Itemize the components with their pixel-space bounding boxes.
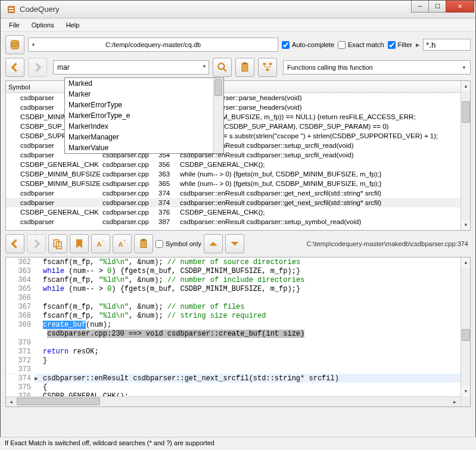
code-line[interactable]: 371return resOK; [6, 347, 470, 356]
close-button[interactable]: ✕ [446, 1, 474, 13]
table-row[interactable]: csdbparsercsdbparser.cpp374csdbparser::e… [6, 198, 470, 207]
bookmark-button[interactable] [70, 234, 89, 253]
code-line[interactable]: 374▶csdbparser::enResult csdbparser::get… [6, 374, 470, 383]
font-smaller-button[interactable]: A− [91, 234, 110, 253]
titlebar: CodeQuery ─ ☐ ✕ [1, 1, 475, 18]
code-back-button[interactable] [5, 234, 24, 253]
search-button[interactable] [213, 58, 232, 77]
svg-rect-1 [9, 8, 14, 9]
svg-rect-9 [269, 63, 272, 65]
db-path-field[interactable]: ▼ C:/temp/codequery-master/cq.db [28, 38, 278, 52]
svg-text:−: − [102, 238, 105, 244]
chevron-down-icon: ▼ [462, 65, 466, 70]
status-text: If Exact Match is switched off, wildcard… [5, 439, 214, 446]
code-vscroll[interactable]: ▲ ▼ [461, 257, 471, 406]
app-icon [7, 5, 16, 14]
table-row[interactable]: csdbparsercsdbparser.cpp374csdbparser::e… [6, 188, 470, 198]
code-line[interactable]: 362fscanf(m_fp, "%ld\n", &num); // numbe… [6, 257, 470, 266]
svg-rect-0 [8, 6, 15, 13]
statusbar: If Exact Match is switched off, wildcard… [0, 437, 476, 450]
svg-rect-6 [242, 63, 248, 71]
search-scope-text: Functions calling this function [287, 64, 373, 71]
file-location-label: C:\temp\codequery-master\makedb\csdbpars… [247, 240, 471, 247]
window-title: CodeQuery [20, 5, 59, 14]
suggest-scrollbar[interactable] [213, 78, 223, 153]
code-line[interactable]: 367fscanf(m_fp, "%ld\n", &num); // numbe… [6, 302, 470, 311]
code-line[interactable]: 363while (num-- > 0) {fgets(m_buf, CSDBP… [6, 266, 470, 275]
code-panel: 362fscanf(m_fp, "%ld\n", &num); // numbe… [5, 257, 471, 407]
font-larger-button[interactable]: A+ [113, 234, 132, 253]
db-path-text: C:/temp/codequery-master/cq.db [105, 41, 201, 48]
menubar: File Options Help [1, 18, 475, 32]
suggest-item[interactable]: MarkerManager [65, 132, 223, 142]
table-row[interactable]: CSDBP_MINIM_BUFSIZEcsdbparser.cpp363whil… [6, 169, 470, 179]
back-button[interactable] [5, 58, 24, 77]
open-db-button[interactable] [5, 35, 24, 54]
suggest-item[interactable]: Marker [65, 89, 223, 100]
autocomplete-checkbox[interactable]: Auto-complete [282, 41, 334, 49]
suggest-item[interactable]: MarkerValue [65, 142, 223, 153]
suggest-item[interactable]: MarkerErrorType [65, 100, 223, 110]
code-line[interactable]: 364fscanf(m_fp, "%ld\n", &num); // numbe… [6, 275, 470, 284]
table-row[interactable]: CSDBP_GENERAL_CHKcsdbparser.cpp356CSDBP_… [6, 160, 470, 169]
symbol-only-checkbox[interactable]: Symbol only [155, 240, 201, 248]
maximize-button[interactable]: ☐ [428, 1, 446, 13]
svg-point-5 [218, 63, 224, 69]
clipboard-button[interactable] [235, 58, 254, 77]
svg-rect-17 [141, 240, 147, 247]
svg-rect-8 [263, 63, 266, 65]
exactmatch-checkbox[interactable]: Exact match [338, 41, 384, 49]
suggest-item[interactable]: Marked [65, 78, 223, 89]
code-line[interactable]: 365while (num-- > 0) {fgets(m_buf, CSDBP… [6, 284, 470, 293]
graph-button[interactable] [258, 58, 277, 77]
filter-input[interactable] [423, 39, 471, 51]
svg-rect-18 [142, 239, 145, 241]
code-line[interactable]: csdbparser.cpp:230 ==> void csdbparser::… [6, 329, 470, 338]
clipboard2-button[interactable] [134, 234, 153, 253]
autocomplete-dropdown[interactable]: MarkedMarkerMarkerErrorTypeMarkerErrorTy… [64, 77, 224, 154]
minimize-button[interactable]: ─ [411, 1, 429, 13]
svg-rect-10 [266, 69, 269, 71]
filter-arrow-icon: ▶ [416, 42, 419, 48]
suggest-item[interactable]: MarkerIndex [65, 121, 223, 132]
filter-checkbox[interactable]: Filter [388, 41, 412, 49]
code-forward-button[interactable] [27, 234, 46, 253]
code-line[interactable]: 370 [6, 338, 470, 347]
svg-rect-2 [9, 10, 14, 11]
svg-rect-7 [244, 63, 247, 64]
code-line[interactable]: 369create_buf(num); [6, 320, 470, 329]
forward-button[interactable] [28, 58, 47, 77]
results-vscroll[interactable]: ▲ ▼ [461, 81, 471, 230]
code-line[interactable]: 368fscanf(m_fp, "%ld\n", &num); // strin… [6, 311, 470, 320]
prev-match-button[interactable] [204, 234, 223, 253]
menu-file[interactable]: File [4, 20, 24, 30]
code-line[interactable]: 373 [6, 365, 470, 374]
code-line[interactable]: 372} [6, 356, 470, 365]
table-row[interactable]: csdbparsercsdbparser.cpp387csdbparser::e… [6, 217, 470, 226]
menu-help[interactable]: Help [61, 20, 85, 30]
code-line[interactable]: 366 [6, 293, 470, 302]
code-hscroll[interactable]: ◀ ▶ [6, 396, 460, 406]
suggest-item[interactable]: MarkerErrorType_e [65, 110, 223, 121]
menu-options[interactable]: Options [27, 20, 59, 30]
search-scope-combo[interactable]: Functions calling this function ▼ [283, 60, 471, 75]
table-row[interactable]: CSDBP_GENERAL_CHKcsdbparser.cpp376CSDBP_… [6, 207, 470, 217]
search-input[interactable] [53, 60, 209, 75]
table-row[interactable]: CSDBP_MINIM_BUFSIZEcsdbparser.cpp365whil… [6, 179, 470, 188]
copy-code-button[interactable] [48, 234, 67, 253]
next-match-button[interactable] [225, 234, 244, 253]
svg-text:+: + [123, 238, 126, 244]
code-line[interactable]: 375{ [6, 383, 470, 392]
